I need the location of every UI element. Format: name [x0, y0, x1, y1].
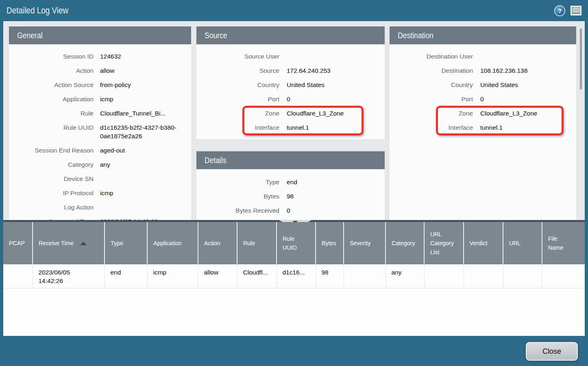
cell-rule: Cloudfl... [237, 264, 277, 288]
field-row: Rule UUIDd1c16235-b2f2-4327-b380-0ae1875… [17, 120, 183, 143]
details-panel: Details Typeend Bytes98 Bytes Received0 [196, 151, 385, 220]
destination-panel-title: Destination [398, 31, 433, 40]
general-panel-title: General [17, 31, 43, 40]
column-header-rule[interactable]: Rule [237, 222, 277, 264]
field-value: any [100, 160, 182, 169]
field-label: Port [398, 95, 473, 103]
column-header-type[interactable]: Type [105, 222, 147, 264]
column-header-application[interactable]: Application [147, 222, 198, 264]
field-label: Source User [205, 52, 279, 61]
field-row: Port0 [398, 92, 568, 106]
field-value: end [287, 178, 376, 186]
cell-category: any [385, 264, 424, 288]
field-label: Rule UUID [17, 123, 94, 140]
field-value: United States [480, 81, 567, 89]
field-label: Application [17, 95, 94, 103]
field-value [100, 174, 182, 183]
field-label: Bytes [205, 192, 279, 200]
field-value: icmp [100, 95, 182, 103]
vertical-scrollbar-thumb[interactable] [580, 28, 582, 89]
field-row: Session ID124632 [17, 49, 183, 63]
field-row: Categoryany [17, 157, 183, 172]
close-button[interactable]: Close [526, 342, 578, 361]
table-header-row: PCAP Receive Time Type Application Actio… [3, 222, 585, 264]
column-header-url[interactable]: URL [503, 222, 542, 264]
field-row: Typeend [205, 175, 377, 189]
titlebar-icons: ? [554, 5, 581, 16]
cell-pcap [3, 264, 33, 288]
cell-application: icmp [147, 264, 198, 288]
general-panel: General Session ID124632 Actionallow Act… [9, 26, 191, 220]
field-label: Rule [17, 109, 94, 118]
destination-zone-interface-highlight [436, 106, 564, 135]
field-row: Device SN [17, 172, 183, 186]
window-restore-icon[interactable] [571, 6, 581, 15]
field-value: 172.64.240.253 [287, 66, 376, 75]
detailed-log-view-dialog: { "header": { "title": "Detailed Log Vie… [0, 0, 588, 366]
column-header-bytes[interactable]: Bytes [316, 222, 344, 264]
field-value [100, 203, 182, 211]
field-row: Applicationicmp [17, 92, 183, 106]
field-row: Action Sourcefrom-policy [17, 78, 183, 92]
column-header-verdict[interactable]: Verdict [464, 222, 503, 264]
log-table-row[interactable]: 2023/06/05 14:42:26 end icmp allow Cloud… [3, 264, 585, 288]
dialog-content: General Session ID124632 Actionallow Act… [3, 21, 585, 336]
field-label: Destination User [398, 52, 473, 61]
field-value: United States [287, 81, 376, 89]
field-label: Session ID [17, 52, 94, 61]
field-label: Generated Time [17, 217, 94, 220]
source-panel-header: Source [196, 26, 385, 44]
details-panel-body: Typeend Bytes98 Bytes Received0 [196, 169, 385, 218]
field-label: Action [17, 66, 94, 75]
field-label: Country [205, 81, 279, 89]
sort-ascending-icon [80, 242, 87, 245]
cell-type: end [105, 264, 147, 288]
column-header-receive-time[interactable]: Receive Time [33, 222, 105, 264]
field-value [480, 52, 567, 61]
column-header-url-category-list[interactable]: URL Category List [424, 222, 464, 264]
field-value: 0 [287, 206, 376, 215]
field-value: 124632 [100, 52, 182, 61]
field-label: Session End Reason [17, 146, 94, 155]
field-label: Bytes Received [205, 206, 279, 215]
field-row: Actionallow [17, 63, 183, 78]
help-icon[interactable]: ? [554, 5, 565, 16]
field-row: Destination108.162.236.138 [398, 63, 568, 78]
general-panel-body: Session ID124632 Actionallow Action Sour… [9, 44, 191, 220]
field-label: Device SN [17, 174, 94, 183]
details-panel-title: Details [205, 156, 226, 165]
field-label: Source [205, 66, 279, 75]
field-value: from-policy [100, 81, 182, 89]
dialog-title: Detailed Log View [7, 5, 68, 16]
field-value: 0 [287, 95, 376, 103]
log-table-section: PCAP Receive Time Type Application Actio… [3, 222, 585, 336]
field-label: Log Action [17, 203, 94, 211]
field-value: icmp [100, 189, 182, 197]
source-panel-title: Source [205, 31, 227, 40]
cell-file-name [542, 264, 585, 288]
general-panel-header: General [9, 26, 191, 44]
field-label: Destination [398, 66, 473, 75]
column-header-severity[interactable]: Severity [344, 222, 385, 264]
cell-action: allow [198, 264, 237, 288]
field-row: RuleCloudflare_Tunnel_Bi... [17, 106, 183, 120]
cell-rule-uuid: d1c16... [277, 264, 316, 288]
column-header-category[interactable]: Category [385, 222, 424, 264]
log-table: PCAP Receive Time Type Application Actio… [3, 222, 585, 288]
column-header-rule-uuid[interactable]: Rule UUID [277, 222, 316, 264]
column-header-file-name[interactable]: File Name [542, 222, 585, 264]
column-header-pcap[interactable]: PCAP [3, 222, 33, 264]
title-bar: Detailed Log View ? [0, 0, 588, 21]
field-label: Port [205, 95, 279, 103]
cell-bytes: 98 [316, 264, 344, 288]
field-row: Session End Reasonaged-out [17, 143, 183, 157]
cell-verdict [464, 264, 503, 288]
field-row: CountryUnited States [398, 78, 568, 92]
column-header-action[interactable]: Action [198, 222, 237, 264]
field-value: 2023/06/05 14:42:26 [100, 217, 182, 220]
cell-severity [344, 264, 385, 288]
field-row: Source172.64.240.253 [205, 63, 377, 78]
field-label: Category [17, 160, 94, 169]
field-value: allow [100, 66, 182, 75]
field-row: Port0 [205, 92, 377, 106]
